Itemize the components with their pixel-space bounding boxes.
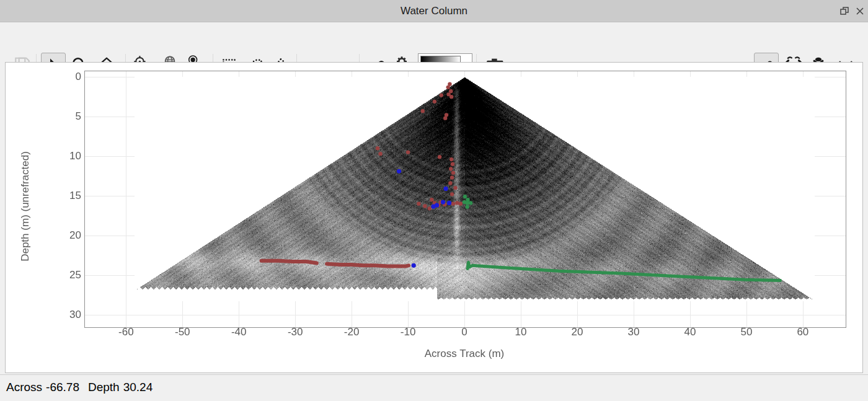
x-tick-label: 30 xyxy=(615,326,652,338)
y-tick-label: 15 xyxy=(46,190,81,202)
x-tick-label: -50 xyxy=(164,326,201,338)
window-titlebar[interactable]: Water Column xyxy=(0,0,868,22)
x-tick-label: 0 xyxy=(446,326,483,338)
x-tick-label: -30 xyxy=(277,326,314,338)
y-tick-label: 0 xyxy=(46,71,81,83)
x-tick-label: 10 xyxy=(502,326,539,338)
x-tick-label: -10 xyxy=(389,326,427,338)
x-tick-label: 50 xyxy=(728,326,765,338)
float-window-button[interactable] xyxy=(838,5,851,17)
y-tick-label: 20 xyxy=(46,229,81,242)
x-tick-label: -60 xyxy=(107,326,144,338)
x-axis-title: Across Track (m) xyxy=(340,348,588,360)
y-tick-label: 5 xyxy=(46,110,81,123)
across-value: -66.78 xyxy=(46,381,79,394)
x-tick-label: 60 xyxy=(784,326,822,338)
statusbar: Across-66.78Depth30.24 xyxy=(0,374,868,401)
window-title: Water Column xyxy=(0,0,868,22)
y-axis-title: Depth (m) (unrefracted) xyxy=(19,138,32,275)
y-tick-label: 25 xyxy=(46,269,81,281)
x-tick-label: -40 xyxy=(220,326,257,338)
y-tick-label: 30 xyxy=(46,309,81,321)
toolbar xyxy=(0,23,868,62)
across-label: Across xyxy=(6,381,42,394)
water-column-plot-panel: -60-50-40-30-20-100102030405060051015202… xyxy=(5,62,863,373)
x-tick-label: 40 xyxy=(671,326,709,338)
y-tick-label: 10 xyxy=(46,150,81,162)
close-button[interactable] xyxy=(854,5,866,17)
x-tick-label: -20 xyxy=(333,326,370,338)
x-tick-label: 20 xyxy=(559,326,596,338)
float-window-icon xyxy=(839,6,850,17)
cursor-position-readout: Across-66.78Depth30.24 xyxy=(6,381,156,394)
depth-label: Depth xyxy=(88,381,120,394)
depth-value: 30.24 xyxy=(123,381,153,394)
close-icon xyxy=(854,6,866,17)
